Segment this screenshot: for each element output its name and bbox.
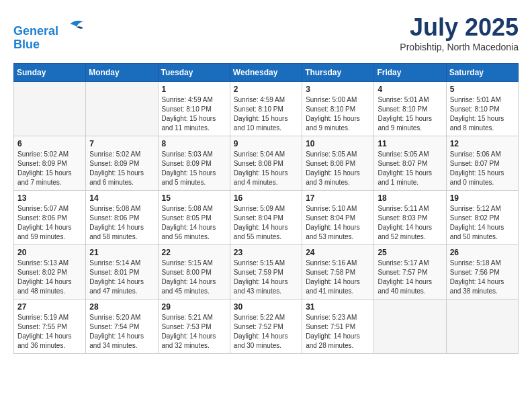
logo: General Blue	[13, 13, 86, 52]
calendar-week-row: 27Sunrise: 5:19 AM Sunset: 7:55 PM Dayli…	[14, 300, 519, 354]
calendar-cell: 14Sunrise: 5:08 AM Sunset: 8:06 PM Dayli…	[86, 191, 158, 245]
column-header-monday: Monday	[86, 64, 158, 82]
cell-content: Sunrise: 5:23 AM Sunset: 7:51 PM Dayligh…	[306, 313, 370, 351]
calendar-cell: 23Sunrise: 5:15 AM Sunset: 7:59 PM Dayli…	[230, 245, 302, 300]
calendar-cell	[374, 300, 446, 354]
cell-content: Sunrise: 5:20 AM Sunset: 7:54 PM Dayligh…	[89, 313, 154, 351]
calendar-table: SundayMondayTuesdayWednesdayThursdayFrid…	[13, 63, 519, 354]
calendar-cell	[86, 82, 158, 136]
cell-content: Sunrise: 5:04 AM Sunset: 8:08 PM Dayligh…	[234, 150, 298, 187]
cell-content: Sunrise: 5:10 AM Sunset: 8:04 PM Dayligh…	[306, 204, 370, 242]
day-number: 16	[234, 193, 298, 203]
cell-content: Sunrise: 5:06 AM Sunset: 8:07 PM Dayligh…	[450, 150, 515, 187]
column-header-wednesday: Wednesday	[230, 64, 302, 82]
day-number: 18	[378, 193, 442, 203]
day-number: 3	[306, 85, 370, 94]
day-number: 27	[17, 302, 82, 312]
calendar-cell: 6Sunrise: 5:02 AM Sunset: 8:09 PM Daylig…	[14, 136, 86, 191]
calendar-week-row: 13Sunrise: 5:07 AM Sunset: 8:06 PM Dayli…	[14, 191, 519, 245]
day-number: 19	[450, 193, 515, 203]
cell-content: Sunrise: 5:19 AM Sunset: 7:55 PM Dayligh…	[17, 313, 82, 351]
calendar-cell: 15Sunrise: 5:08 AM Sunset: 8:05 PM Dayli…	[158, 191, 230, 245]
day-number: 1	[162, 85, 226, 94]
cell-content: Sunrise: 5:02 AM Sunset: 8:09 PM Dayligh…	[89, 150, 154, 187]
calendar-cell: 3Sunrise: 5:00 AM Sunset: 8:10 PM Daylig…	[302, 82, 374, 136]
cell-content: Sunrise: 5:05 AM Sunset: 8:08 PM Dayligh…	[306, 150, 370, 187]
day-number: 9	[234, 139, 298, 148]
calendar-cell: 8Sunrise: 5:03 AM Sunset: 8:09 PM Daylig…	[158, 136, 230, 191]
day-number: 24	[306, 248, 370, 257]
cell-content: Sunrise: 5:16 AM Sunset: 7:58 PM Dayligh…	[306, 259, 370, 296]
calendar-cell: 31Sunrise: 5:23 AM Sunset: 7:51 PM Dayli…	[302, 300, 374, 354]
month-title: July 2025	[400, 13, 519, 42]
day-number: 29	[162, 302, 226, 312]
calendar-cell: 27Sunrise: 5:19 AM Sunset: 7:55 PM Dayli…	[14, 300, 86, 354]
column-header-saturday: Saturday	[446, 64, 518, 82]
logo-bird-icon	[64, 13, 86, 35]
day-number: 26	[450, 248, 515, 257]
day-number: 13	[17, 193, 82, 203]
logo-blue: Blue	[13, 38, 40, 51]
cell-content: Sunrise: 5:11 AM Sunset: 8:03 PM Dayligh…	[378, 204, 442, 242]
day-number: 11	[378, 139, 442, 148]
calendar-header-row: SundayMondayTuesdayWednesdayThursdayFrid…	[14, 64, 519, 82]
calendar-cell: 18Sunrise: 5:11 AM Sunset: 8:03 PM Dayli…	[374, 191, 446, 245]
day-number: 12	[450, 139, 515, 148]
calendar-cell: 26Sunrise: 5:18 AM Sunset: 7:56 PM Dayli…	[446, 245, 518, 300]
cell-content: Sunrise: 5:17 AM Sunset: 7:57 PM Dayligh…	[378, 259, 442, 296]
cell-content: Sunrise: 5:13 AM Sunset: 8:02 PM Dayligh…	[17, 259, 82, 296]
day-number: 28	[89, 302, 154, 312]
column-header-thursday: Thursday	[302, 64, 374, 82]
cell-content: Sunrise: 5:15 AM Sunset: 7:59 PM Dayligh…	[234, 259, 298, 296]
day-number: 14	[89, 193, 154, 203]
cell-content: Sunrise: 5:08 AM Sunset: 8:05 PM Dayligh…	[162, 204, 226, 242]
calendar-cell: 13Sunrise: 5:07 AM Sunset: 8:06 PM Dayli…	[14, 191, 86, 245]
calendar-cell: 28Sunrise: 5:20 AM Sunset: 7:54 PM Dayli…	[86, 300, 158, 354]
cell-content: Sunrise: 5:05 AM Sunset: 8:07 PM Dayligh…	[378, 150, 442, 187]
calendar-cell: 25Sunrise: 5:17 AM Sunset: 7:57 PM Dayli…	[374, 245, 446, 300]
calendar-week-row: 20Sunrise: 5:13 AM Sunset: 8:02 PM Dayli…	[14, 245, 519, 300]
cell-content: Sunrise: 5:02 AM Sunset: 8:09 PM Dayligh…	[17, 150, 82, 187]
day-number: 7	[89, 139, 154, 148]
cell-content: Sunrise: 5:15 AM Sunset: 8:00 PM Dayligh…	[162, 259, 226, 296]
day-number: 6	[17, 139, 82, 148]
calendar-cell: 24Sunrise: 5:16 AM Sunset: 7:58 PM Dayli…	[302, 245, 374, 300]
cell-content: Sunrise: 5:01 AM Sunset: 8:10 PM Dayligh…	[450, 95, 515, 133]
column-header-sunday: Sunday	[14, 64, 86, 82]
calendar-cell: 29Sunrise: 5:21 AM Sunset: 7:53 PM Dayli…	[158, 300, 230, 354]
column-header-friday: Friday	[374, 64, 446, 82]
day-number: 20	[17, 248, 82, 257]
calendar-cell: 21Sunrise: 5:14 AM Sunset: 8:01 PM Dayli…	[86, 245, 158, 300]
cell-content: Sunrise: 5:00 AM Sunset: 8:10 PM Dayligh…	[306, 95, 370, 133]
day-number: 22	[162, 248, 226, 257]
day-number: 15	[162, 193, 226, 203]
day-number: 21	[89, 248, 154, 257]
page-header: General Blue July 2025 Probishtip, North…	[13, 13, 519, 52]
calendar-cell: 17Sunrise: 5:10 AM Sunset: 8:04 PM Dayli…	[302, 191, 374, 245]
calendar-cell	[446, 300, 518, 354]
calendar-cell: 1Sunrise: 4:59 AM Sunset: 8:10 PM Daylig…	[158, 82, 230, 136]
cell-content: Sunrise: 4:59 AM Sunset: 8:10 PM Dayligh…	[234, 95, 298, 133]
cell-content: Sunrise: 5:08 AM Sunset: 8:06 PM Dayligh…	[89, 204, 154, 242]
title-block: July 2025 Probishtip, North Macedonia	[400, 13, 519, 52]
cell-content: Sunrise: 4:59 AM Sunset: 8:10 PM Dayligh…	[162, 95, 226, 133]
day-number: 2	[234, 85, 298, 94]
calendar-cell: 4Sunrise: 5:01 AM Sunset: 8:10 PM Daylig…	[374, 82, 446, 136]
calendar-cell: 22Sunrise: 5:15 AM Sunset: 8:00 PM Dayli…	[158, 245, 230, 300]
day-number: 17	[306, 193, 370, 203]
calendar-cell: 16Sunrise: 5:09 AM Sunset: 8:04 PM Dayli…	[230, 191, 302, 245]
location-subtitle: Probishtip, North Macedonia	[400, 42, 519, 52]
cell-content: Sunrise: 5:21 AM Sunset: 7:53 PM Dayligh…	[162, 313, 226, 351]
calendar-week-row: 1Sunrise: 4:59 AM Sunset: 8:10 PM Daylig…	[14, 82, 519, 136]
calendar-cell: 19Sunrise: 5:12 AM Sunset: 8:02 PM Dayli…	[446, 191, 518, 245]
day-number: 30	[234, 302, 298, 312]
cell-content: Sunrise: 5:14 AM Sunset: 8:01 PM Dayligh…	[89, 259, 154, 296]
day-number: 10	[306, 139, 370, 148]
cell-content: Sunrise: 5:18 AM Sunset: 7:56 PM Dayligh…	[450, 259, 515, 296]
calendar-cell: 5Sunrise: 5:01 AM Sunset: 8:10 PM Daylig…	[446, 82, 518, 136]
calendar-cell: 11Sunrise: 5:05 AM Sunset: 8:07 PM Dayli…	[374, 136, 446, 191]
day-number: 8	[162, 139, 226, 148]
calendar-cell: 2Sunrise: 4:59 AM Sunset: 8:10 PM Daylig…	[230, 82, 302, 136]
calendar-cell: 7Sunrise: 5:02 AM Sunset: 8:09 PM Daylig…	[86, 136, 158, 191]
calendar-cell: 20Sunrise: 5:13 AM Sunset: 8:02 PM Dayli…	[14, 245, 86, 300]
